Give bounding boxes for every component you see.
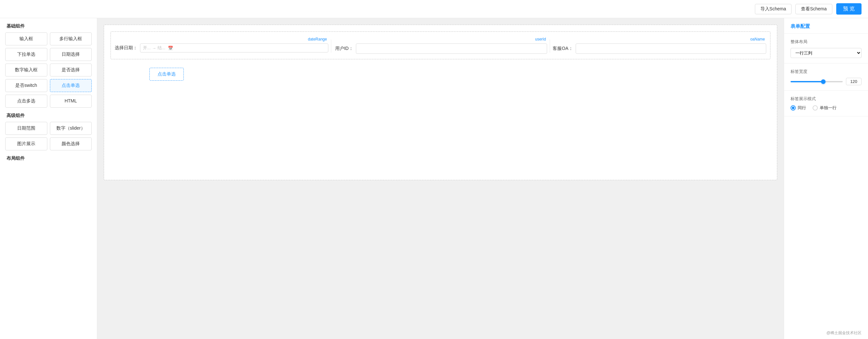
component-colorpicker[interactable]: 颜色选择 [50,137,92,150]
oaname-field-group: oaName 客服OA： [553,37,766,54]
date-end-placeholder: 结... [157,45,165,51]
userid-field-name: userId [535,37,547,41]
field-divider-1 [331,39,331,53]
date-range-field-group: dateRange 选择日期： 开... → 结... 📅 [115,37,328,53]
component-html[interactable]: HTML [50,95,92,107]
component-textarea[interactable]: 多行输入框 [50,32,92,45]
label-display-section: 标签展示模式 同行 单独一行 [784,91,868,116]
slider-thumb [821,80,826,84]
layout-select[interactable]: 一行一列 一行二列 一行三列 一行四列 [790,48,862,58]
layout-label: 整体布局 [790,39,862,45]
radio-single-line[interactable]: 单独一行 [813,105,837,111]
radio-inline-circle [790,105,796,111]
oaname-label: 客服OA： [553,46,573,52]
left-sidebar: 基础组件 输入框 多行输入框 下拉单选 日期选择 数字输入框 是否选择 是否sw… [0,18,97,339]
canvas-area[interactable]: dateRange 选择日期： 开... → 结... 📅 userI [97,18,784,339]
component-image[interactable]: 图片展示 [5,137,47,150]
label-width-slider[interactable] [790,81,843,82]
daterange-label: 选择日期： [115,45,137,51]
component-boolean[interactable]: 是否选择 [50,64,92,76]
daterange-field-row: 选择日期： 开... → 结... 📅 [115,43,328,53]
advanced-components-grid: 日期范围 数字（slider） 图片展示 颜色选择 [0,122,97,150]
label-width-value[interactable]: 120 [846,78,862,85]
date-range-input[interactable]: 开... → 结... 📅 [140,43,328,53]
userid-label: 用户ID： [334,46,353,52]
daterange-field-name: dateRange [308,37,328,41]
component-daterange[interactable]: 日期范围 [5,122,47,135]
radio-inline-label: 同行 [798,105,806,111]
component-date[interactable]: 日期选择 [50,48,92,61]
component-multiselect[interactable]: 点击多选 [5,95,47,107]
form-canvas: dateRange 选择日期： 开... → 结... 📅 userI [104,25,777,180]
component-radio[interactable]: 点击单选 [50,79,92,92]
oaname-field-name: oaName [750,37,766,41]
label-width-label: 标签宽度 [790,69,862,74]
radio-inline[interactable]: 同行 [790,105,806,111]
advanced-section-title: 高级组件 [0,107,97,122]
right-panel: 表单配置 整体布局 一行一列 一行二列 一行三列 一行四列 标签宽度 120 标… [784,18,868,339]
oaname-input[interactable] [576,43,766,54]
top-bar: 导入Schema 查看Schema 预 览 [0,0,868,18]
field-divider-2 [550,39,550,53]
userid-input[interactable] [356,43,548,54]
calendar-icon: 📅 [168,46,173,51]
preview-button[interactable]: 预 览 [836,3,862,14]
date-start-placeholder: 开... [143,45,151,51]
date-arrow: → [152,46,156,51]
layout-section-title: 布局组件 [0,150,97,165]
layout-section: 整体布局 一行一列 一行二列 一行三列 一行四列 [784,34,868,64]
oaname-field-row: 客服OA： [553,43,766,54]
component-switch[interactable]: 是否switch [5,79,47,92]
userid-field-group: userId 用户ID： [334,37,548,54]
main-layout: 基础组件 输入框 多行输入框 下拉单选 日期选择 数字输入框 是否选择 是否sw… [0,18,868,339]
view-schema-button[interactable]: 查看Schema [796,4,832,14]
basic-section-title: 基础组件 [0,18,97,32]
component-number[interactable]: 数字输入框 [5,64,47,76]
component-input[interactable]: 输入框 [5,32,47,45]
label-display-label: 标签展示模式 [790,96,862,102]
slider-row: 120 [790,78,862,85]
import-schema-button[interactable]: 导入Schema [755,4,792,14]
component-slider[interactable]: 数字（slider） [50,122,92,135]
label-width-section: 标签宽度 120 [784,64,868,91]
radio-single-label: 单独一行 [820,105,837,111]
right-panel-title: 表单配置 [784,18,868,34]
radio-single-circle [813,105,818,111]
canvas-radio-item[interactable]: 点击单选 [149,68,184,81]
footer-text: @稀土掘金技术社区 [827,330,862,336]
basic-components-grid: 输入框 多行输入框 下拉单选 日期选择 数字输入框 是否选择 是否switch … [0,32,97,107]
userid-field-row: 用户ID： [334,43,548,54]
label-display-radio-group: 同行 单独一行 [790,105,862,111]
component-select[interactable]: 下拉单选 [5,48,47,61]
form-fields-row: dateRange 选择日期： 开... → 结... 📅 userI [111,31,770,59]
